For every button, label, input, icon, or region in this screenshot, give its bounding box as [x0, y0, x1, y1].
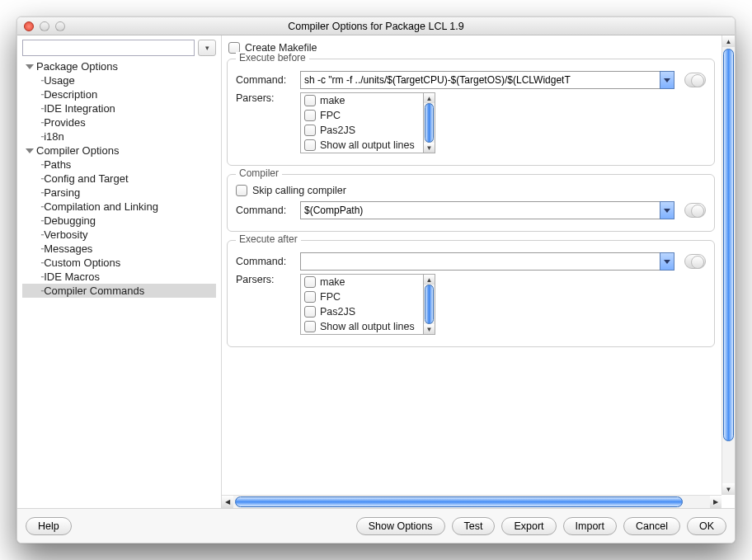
exec-before-parsers-list[interactable]: makeFPCPas2JSShow all output lines — [300, 92, 424, 153]
scrollbar[interactable]: ▲ ▼ — [424, 92, 435, 153]
ok-button[interactable]: OK — [687, 517, 726, 535]
tree-item[interactable]: ····Compiler Commands — [22, 284, 216, 298]
tree-group[interactable]: Compiler Options — [22, 144, 216, 158]
parser-checkbox[interactable] — [304, 125, 316, 136]
arrow-up-icon[interactable]: ▲ — [424, 93, 435, 103]
exec-after-command-combo[interactable] — [300, 252, 674, 271]
tree-item-label: Compilation and Linking — [44, 200, 158, 214]
exec-before-command-input[interactable] — [300, 71, 660, 89]
parser-label: make — [320, 94, 345, 107]
exec-before-browse-button[interactable] — [684, 73, 706, 87]
exec-after-command-input[interactable] — [300, 252, 660, 271]
test-button[interactable]: Test — [452, 517, 496, 535]
arrow-down-icon[interactable]: ▼ — [722, 483, 735, 495]
tree-group-label: Compiler Options — [36, 144, 119, 158]
tree-item[interactable]: ····Messages — [22, 242, 216, 256]
parser-checkbox[interactable] — [304, 139, 316, 151]
list-item[interactable]: make — [301, 275, 423, 289]
tree-item[interactable]: ····Usage — [22, 73, 216, 87]
exec-before-command-combo[interactable] — [300, 71, 674, 89]
tree-item[interactable]: ····Verbosity — [22, 228, 216, 242]
arrow-down-icon[interactable]: ▼ — [424, 324, 435, 334]
import-button[interactable]: Import — [563, 517, 617, 535]
group-title: Execute before — [236, 52, 309, 64]
list-item[interactable]: FPC — [301, 289, 423, 304]
tree-item[interactable]: ····Compilation and Linking — [22, 200, 216, 214]
horizontal-scrollbar[interactable]: ◀ ▶ — [222, 495, 721, 508]
tree-item[interactable]: ····Description — [22, 87, 216, 101]
list-item[interactable]: FPC — [301, 108, 423, 123]
filter-button[interactable]: ▾ — [198, 40, 216, 56]
compiler-browse-button[interactable] — [684, 203, 706, 218]
arrow-down-icon[interactable]: ▼ — [424, 143, 435, 153]
parser-label: Pas2JS — [320, 124, 355, 137]
arrow-left-icon[interactable]: ◀ — [222, 496, 233, 508]
tree-item[interactable]: ····Custom Options — [22, 256, 216, 270]
tree-item-label: Verbosity — [44, 228, 87, 242]
exec-after-browse-button[interactable] — [684, 254, 706, 269]
tree-line-icon: ···· — [40, 186, 43, 200]
list-item[interactable]: Pas2JS — [301, 123, 423, 138]
tree-group[interactable]: Package Options — [22, 59, 216, 73]
arrow-up-icon[interactable]: ▲ — [722, 35, 735, 47]
group-title: Execute after — [236, 233, 301, 245]
parser-label: Show all output lines — [320, 139, 415, 152]
tree-item[interactable]: ····Parsing — [22, 186, 216, 200]
parser-checkbox[interactable] — [304, 110, 316, 121]
help-button[interactable]: Help — [26, 517, 72, 535]
list-item[interactable]: Pas2JS — [301, 304, 423, 319]
tree-line-icon: ···· — [40, 200, 43, 214]
list-item[interactable]: Show all output lines — [301, 138, 423, 153]
search-input[interactable] — [22, 40, 195, 56]
execute-before-group: Execute before Command: Parsers: makeFPC… — [227, 59, 715, 166]
funnel-icon: ▾ — [205, 44, 209, 52]
arrow-right-icon[interactable]: ▶ — [710, 496, 721, 508]
scroll-thumb[interactable] — [723, 49, 734, 441]
tree-line-icon: ···· — [40, 73, 43, 87]
tree-item-label: Provides — [44, 115, 86, 129]
tree-item-label: Messages — [44, 242, 92, 256]
scroll-thumb[interactable] — [425, 285, 434, 324]
parser-checkbox[interactable] — [304, 95, 316, 106]
tree-item[interactable]: ····IDE Integration — [22, 101, 216, 115]
parser-checkbox[interactable] — [304, 306, 316, 318]
options-tree[interactable]: Package Options····Usage····Description·… — [22, 59, 216, 504]
vertical-scrollbar[interactable]: ▲ ▼ — [721, 35, 735, 495]
arrow-up-icon[interactable]: ▲ — [424, 275, 435, 285]
compiler-command-input[interactable] — [300, 201, 660, 219]
compiler-command-combo[interactable] — [300, 201, 674, 219]
parser-label: FPC — [320, 109, 341, 122]
export-button[interactable]: Export — [501, 517, 556, 535]
cancel-button[interactable]: Cancel — [623, 517, 680, 535]
compiler-group: Compiler Skip calling compiler Command: — [227, 174, 715, 232]
parser-checkbox[interactable] — [304, 276, 316, 288]
scroll-thumb[interactable] — [235, 496, 683, 507]
chevron-down-icon[interactable] — [660, 71, 674, 89]
tree-item[interactable]: ····Provides — [22, 115, 216, 129]
scrollbar[interactable]: ▲ ▼ — [424, 274, 435, 335]
list-item[interactable]: make — [301, 93, 423, 108]
skip-compiler-label: Skip calling compiler — [252, 185, 346, 196]
tree-item[interactable]: ····IDE Macros — [22, 270, 216, 284]
tree-line-icon: ···· — [40, 228, 43, 242]
close-icon[interactable] — [24, 21, 34, 31]
tree-item[interactable]: ····Paths — [22, 158, 216, 172]
tree-line-icon: ···· — [40, 172, 43, 186]
parsers-label: Parsers: — [236, 274, 294, 285]
chevron-down-icon[interactable] — [660, 201, 674, 219]
show-options-button[interactable]: Show Options — [356, 517, 445, 535]
skip-compiler-checkbox[interactable] — [236, 185, 247, 196]
tree-item[interactable]: ····Debugging — [22, 214, 216, 228]
scroll-thumb[interactable] — [425, 103, 434, 143]
zoom-icon[interactable] — [55, 21, 65, 31]
exec-after-parsers-list[interactable]: makeFPCPas2JSShow all output lines — [300, 274, 424, 335]
tree-item[interactable]: ····i18n — [22, 129, 216, 144]
minimize-icon[interactable] — [40, 21, 49, 31]
tree-item-label: Usage — [44, 73, 75, 87]
parser-checkbox[interactable] — [304, 321, 316, 332]
parser-checkbox[interactable] — [304, 291, 316, 303]
chevron-down-icon[interactable] — [660, 252, 674, 271]
list-item[interactable]: Show all output lines — [301, 319, 423, 334]
tree-line-icon: ···· — [40, 158, 43, 172]
tree-item[interactable]: ····Config and Target — [22, 172, 216, 186]
